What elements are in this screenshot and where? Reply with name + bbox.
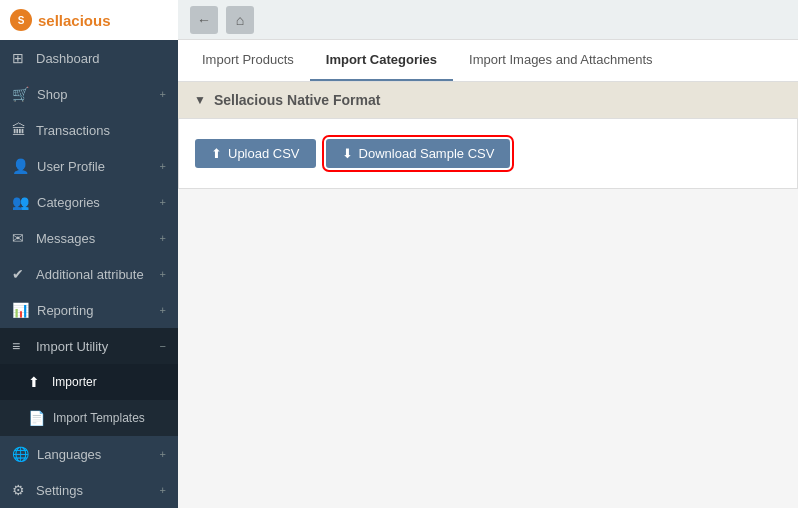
- sidebar-item-shop[interactable]: 🛒 Shop +: [0, 76, 178, 112]
- categories-icon: 👥: [12, 194, 29, 210]
- expand-attribute-icon[interactable]: +: [160, 268, 166, 280]
- download-icon: ⬇: [342, 146, 353, 161]
- expand-user-icon[interactable]: +: [160, 160, 166, 172]
- sidebar-item-transactions[interactable]: 🏛 Transactions: [0, 112, 178, 148]
- expand-import-icon[interactable]: −: [160, 340, 166, 352]
- dashboard-icon: ⊞: [12, 50, 28, 66]
- sidebar: S sellacious ⊞ Dashboard 🛒 Shop + 🏛 Tran…: [0, 0, 178, 508]
- upload-csv-button[interactable]: ⬆ Upload CSV: [195, 139, 316, 168]
- expand-messages-icon[interactable]: +: [160, 232, 166, 244]
- tab-import-products[interactable]: Import Products: [186, 40, 310, 81]
- sidebar-item-label: Settings: [36, 483, 83, 498]
- content-area: ▼ Sellacious Native Format ⬆ Upload CSV …: [178, 82, 798, 508]
- sidebar-item-dashboard[interactable]: ⊞ Dashboard: [0, 40, 178, 76]
- reporting-icon: 📊: [12, 302, 29, 318]
- sidebar-item-importer[interactable]: ⬆ Importer: [0, 364, 178, 400]
- section-body: ⬆ Upload CSV ⬇ Download Sample CSV: [178, 119, 798, 189]
- transactions-icon: 🏛: [12, 122, 28, 138]
- upload-csv-label: Upload CSV: [228, 146, 300, 161]
- settings-icon: ⚙: [12, 482, 28, 498]
- expand-settings-icon[interactable]: +: [160, 484, 166, 496]
- sidebar-item-additional-attribute[interactable]: ✔ Additional attribute +: [0, 256, 178, 292]
- logo-text: sellacious: [38, 12, 111, 29]
- button-group: ⬆ Upload CSV ⬇ Download Sample CSV: [195, 139, 781, 168]
- tab-import-images[interactable]: Import Images and Attachments: [453, 40, 669, 81]
- sidebar-logo: S sellacious: [0, 0, 178, 40]
- sidebar-item-label: Reporting: [37, 303, 93, 318]
- import-utility-submenu: ⬆ Importer 📄 Import Templates: [0, 364, 178, 436]
- sidebar-item-reporting[interactable]: 📊 Reporting +: [0, 292, 178, 328]
- sidebar-item-import-templates[interactable]: 📄 Import Templates: [0, 400, 178, 436]
- sidebar-item-messages[interactable]: ✉ Messages +: [0, 220, 178, 256]
- shop-icon: 🛒: [12, 86, 29, 102]
- user-profile-icon: 👤: [12, 158, 29, 174]
- tab-import-categories[interactable]: Import Categories: [310, 40, 453, 81]
- attribute-icon: ✔: [12, 266, 28, 282]
- sidebar-item-settings[interactable]: ⚙ Settings +: [0, 472, 178, 508]
- logo-icon: S: [10, 9, 32, 31]
- sidebar-item-label: Messages: [36, 231, 95, 246]
- sidebar-item-label: Import Templates: [53, 411, 145, 425]
- sidebar-item-label: Dashboard: [36, 51, 100, 66]
- sidebar-item-label: Transactions: [36, 123, 110, 138]
- expand-shop-icon[interactable]: +: [160, 88, 166, 100]
- messages-icon: ✉: [12, 230, 28, 246]
- tabs-bar: Import Products Import Categories Import…: [178, 40, 798, 82]
- chevron-down-icon: ▼: [194, 93, 206, 107]
- topbar: ← ⌂: [178, 0, 798, 40]
- import-templates-icon: 📄: [28, 410, 45, 426]
- sidebar-item-languages[interactable]: 🌐 Languages +: [0, 436, 178, 472]
- sidebar-item-categories[interactable]: 👥 Categories +: [0, 184, 178, 220]
- main-content: ← ⌂ Import Products Import Categories Im…: [178, 0, 798, 508]
- importer-icon: ⬆: [28, 374, 44, 390]
- import-utility-icon: ≡: [12, 338, 28, 354]
- sidebar-item-label: User Profile: [37, 159, 105, 174]
- sidebar-item-label: Categories: [37, 195, 100, 210]
- download-csv-label: Download Sample CSV: [359, 146, 495, 161]
- section-title: Sellacious Native Format: [214, 92, 381, 108]
- languages-icon: 🌐: [12, 446, 29, 462]
- sidebar-item-label: Languages: [37, 447, 101, 462]
- sidebar-item-label: Additional attribute: [36, 267, 144, 282]
- download-sample-csv-button[interactable]: ⬇ Download Sample CSV: [326, 139, 511, 168]
- expand-reporting-icon[interactable]: +: [160, 304, 166, 316]
- sidebar-item-label: Shop: [37, 87, 67, 102]
- sidebar-item-import-utility[interactable]: ≡ Import Utility −: [0, 328, 178, 364]
- sidebar-item-label: Importer: [52, 375, 97, 389]
- upload-icon: ⬆: [211, 146, 222, 161]
- expand-categories-icon[interactable]: +: [160, 196, 166, 208]
- section-header: ▼ Sellacious Native Format: [178, 82, 798, 119]
- expand-languages-icon[interactable]: +: [160, 448, 166, 460]
- back-button[interactable]: ←: [190, 6, 218, 34]
- sidebar-item-user-profile[interactable]: 👤 User Profile +: [0, 148, 178, 184]
- home-button[interactable]: ⌂: [226, 6, 254, 34]
- sidebar-item-label: Import Utility: [36, 339, 108, 354]
